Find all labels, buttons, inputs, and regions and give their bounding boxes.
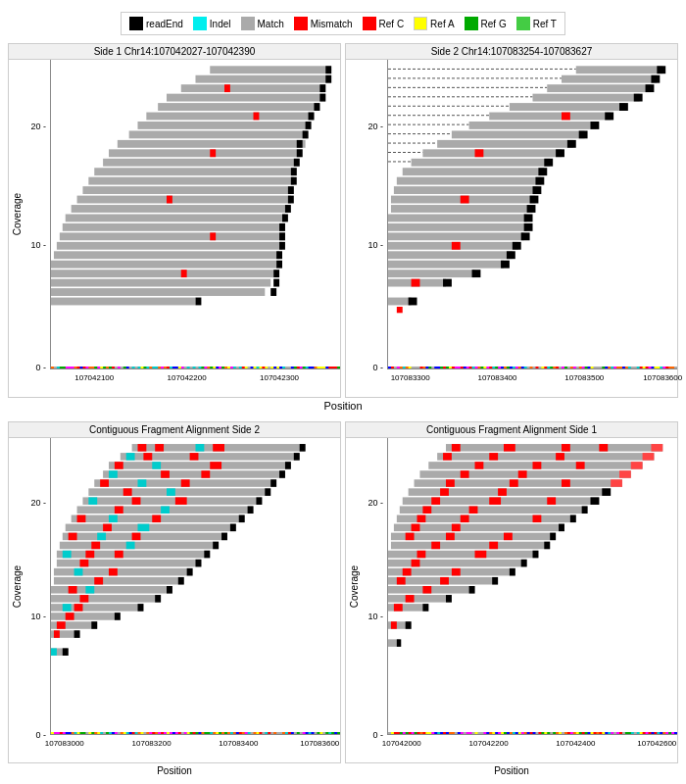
svg-rect-287 [452, 568, 461, 576]
svg-rect-246 [611, 479, 622, 487]
svg-rect-36 [66, 215, 285, 222]
svg-rect-237 [631, 462, 643, 469]
svg-rect-181 [91, 542, 100, 550]
svg-rect-224 [504, 444, 515, 452]
svg-rect-14 [138, 122, 312, 129]
bottom-left-xaxis: 107083000 107083200 107083400 107083600 [50, 735, 340, 762]
top-left-y0: 0 - [35, 363, 46, 372]
svg-rect-26 [291, 168, 297, 175]
svg-rect-54 [51, 288, 265, 296]
svg-rect-303 [391, 621, 397, 629]
mismatch-icon [294, 17, 308, 30]
svg-rect-109 [524, 223, 533, 231]
svg-rect-281 [533, 551, 539, 559]
svg-rect-76 [489, 113, 611, 121]
svg-rect-187 [115, 551, 123, 559]
svg-rect-126 [397, 307, 403, 313]
svg-rect-114 [513, 242, 521, 250]
svg-rect-17 [303, 130, 309, 138]
svg-rect-128 [138, 444, 147, 452]
svg-rect-249 [498, 488, 507, 496]
svg-rect-211 [66, 612, 74, 620]
svg-rect-149 [100, 479, 109, 487]
svg-rect-254 [547, 497, 556, 505]
top-right-xtick4: 107083600 [643, 373, 682, 382]
svg-rect-263 [533, 515, 542, 523]
top-left-y10: 10 - [30, 240, 46, 250]
svg-rect-96 [538, 168, 547, 175]
svg-rect-118 [501, 261, 510, 269]
bottom-right-xtick4: 107042600 [637, 739, 676, 748]
svg-rect-89 [422, 149, 562, 157]
svg-rect-37 [282, 215, 288, 222]
svg-rect-186 [85, 551, 94, 559]
bottom-left-panel: Contiguous Fragment Alignment Side 2 Cov… [8, 421, 341, 776]
svg-rect-33 [288, 196, 294, 204]
svg-rect-134 [126, 453, 135, 461]
svg-rect-42 [279, 232, 285, 240]
svg-rect-183 [213, 542, 219, 550]
svg-rect-117 [388, 261, 504, 269]
svg-rect-145 [161, 470, 170, 478]
legend-refc-label: Ref C [379, 19, 405, 29]
top-right-title: Side 2 Chr14:107083254-107083627 [346, 44, 677, 60]
bottom-left-y10: 10 - [30, 612, 46, 621]
svg-rect-215 [91, 621, 97, 629]
svg-rect-270 [406, 533, 415, 541]
svg-rect-271 [446, 533, 455, 541]
svg-rect-62 [657, 66, 665, 74]
bottom-left-chart [50, 438, 340, 735]
svg-rect-107 [524, 215, 533, 222]
svg-rect-70 [533, 94, 640, 102]
svg-rect-13 [309, 113, 315, 121]
svg-rect-100 [533, 186, 542, 194]
svg-rect-29 [82, 186, 293, 194]
svg-rect-207 [63, 604, 72, 612]
svg-rect-40 [60, 232, 285, 240]
top-right-chrombar [388, 363, 677, 368]
svg-rect-146 [201, 470, 210, 478]
legend-readend: readEnd [129, 17, 183, 30]
bottom-left-xtick3: 107083400 [219, 739, 258, 748]
svg-rect-171 [66, 524, 236, 532]
svg-rect-135 [143, 453, 152, 461]
svg-rect-19 [297, 140, 303, 148]
svg-rect-295 [469, 586, 475, 594]
svg-rect-228 [437, 453, 654, 461]
bottom-left-y20: 20 - [30, 498, 46, 508]
svg-rect-292 [492, 577, 498, 585]
svg-rect-259 [582, 506, 588, 514]
svg-rect-168 [109, 515, 118, 523]
svg-rect-50 [181, 270, 187, 277]
svg-rect-191 [196, 560, 202, 567]
svg-rect-173 [138, 524, 150, 532]
svg-rect-250 [602, 488, 611, 496]
svg-rect-3 [325, 75, 331, 83]
svg-rect-175 [63, 533, 227, 541]
svg-rect-266 [412, 524, 420, 532]
bottom-right-xtick3: 107042400 [556, 739, 595, 748]
svg-rect-180 [60, 542, 219, 550]
svg-rect-141 [210, 462, 221, 469]
legend-indel-label: Indel [210, 19, 231, 29]
svg-rect-39 [279, 223, 285, 231]
svg-rect-122 [412, 279, 420, 287]
svg-rect-28 [291, 177, 297, 185]
svg-rect-130 [196, 444, 205, 452]
svg-rect-35 [285, 205, 291, 213]
bottom-right-y-label: Coverage [350, 565, 361, 608]
svg-rect-268 [559, 524, 564, 532]
svg-rect-188 [204, 551, 210, 559]
svg-rect-97 [397, 177, 541, 185]
svg-rect-144 [109, 470, 118, 478]
svg-rect-284 [521, 560, 527, 567]
svg-rect-253 [489, 497, 501, 505]
svg-rect-279 [417, 551, 426, 559]
legend-match-label: Match [258, 19, 284, 29]
svg-rect-264 [570, 515, 576, 523]
svg-rect-51 [273, 270, 279, 277]
bottom-left-chrombar [51, 728, 340, 734]
svg-rect-269 [391, 533, 556, 541]
svg-rect-225 [562, 444, 570, 452]
bottom-left-title: Contiguous Fragment Alignment Side 2 [9, 422, 340, 438]
